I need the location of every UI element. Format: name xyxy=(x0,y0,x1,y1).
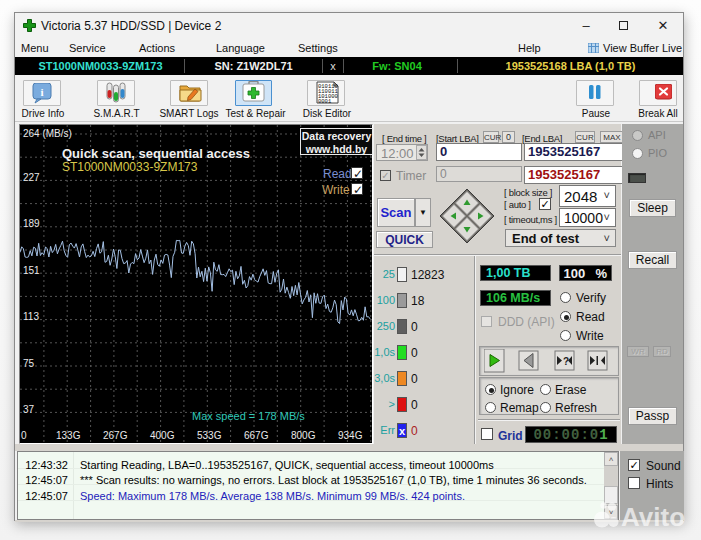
svg-text:Avito: Avito xyxy=(621,502,685,532)
svg-text:i: i xyxy=(40,86,43,98)
svg-text:0001: 0001 xyxy=(318,98,332,104)
svg-text:?: ? xyxy=(563,356,569,367)
